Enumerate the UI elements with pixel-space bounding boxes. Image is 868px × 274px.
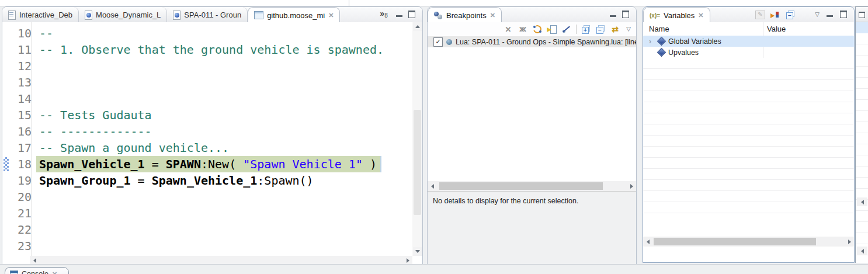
- maximize-icon[interactable]: [859, 12, 865, 18]
- close-icon[interactable]: ✕: [490, 12, 495, 19]
- code-line[interactable]: 23: [2, 238, 412, 254]
- line-number: 16: [10, 123, 36, 140]
- show-logical-structure-button[interactable]: [770, 11, 780, 19]
- editor-tab-interactive-deb[interactable]: Interactive_Deb: [2, 7, 79, 22]
- editor-horizontal-scrollbar[interactable]: [30, 256, 412, 265]
- view-menu-button[interactable]: ▽: [624, 25, 633, 34]
- collapse-all-button[interactable]: −: [595, 25, 606, 34]
- scrollbar-thumb[interactable]: [654, 238, 816, 245]
- line-number: 18: [10, 156, 36, 172]
- editor-tab-label: Interactive_Deb: [19, 11, 72, 19]
- gutter-marker-cell[interactable]: [2, 205, 10, 221]
- arrow-left-icon: [431, 184, 434, 189]
- close-icon[interactable]: ✕: [698, 12, 703, 19]
- maximize-icon[interactable]: [622, 11, 629, 18]
- scroll-up-button[interactable]: [413, 22, 422, 31]
- breakpoints-view-tab[interactable]: Breakpoints ✕: [428, 7, 502, 23]
- remove-breakpoint-button[interactable]: ✕: [503, 25, 513, 34]
- code-line[interactable]: 18Spawn_Vehicle_1 = SPAWN:New( "Spawn Ve…: [2, 156, 412, 172]
- link-with-debug-view-button[interactable]: ⇄: [610, 25, 620, 34]
- code-editor[interactable]: 10--11-- 1. Observe that the ground vehi…: [2, 22, 422, 265]
- gutter-marker-cell[interactable]: [2, 91, 10, 107]
- code-line[interactable]: 11-- 1. Observe that the ground vehicle …: [2, 41, 412, 58]
- minimize-icon[interactable]: [396, 12, 402, 17]
- column-header-name[interactable]: Name: [649, 25, 669, 33]
- editor-panel: Interactive_Deb Moose_Dynamic_L SPA-011 …: [2, 6, 423, 265]
- maximize-icon[interactable]: [840, 11, 847, 18]
- gutter-marker-cell[interactable]: [2, 140, 10, 156]
- code-line[interactable]: 19Spawn_Group_1 = Spawn_Vehicle_1:Spawn(…: [2, 172, 412, 189]
- code-line[interactable]: 10--: [2, 25, 412, 41]
- code-line[interactable]: 12: [2, 58, 412, 74]
- go-to-file-for-breakpoint-button[interactable]: [547, 25, 557, 34]
- yellow-arrow-icon: [547, 27, 551, 32]
- code-line[interactable]: 15-- Tests Gudauta: [2, 107, 412, 123]
- minimize-icon[interactable]: [610, 12, 616, 17]
- scroll-down-button[interactable]: [413, 247, 422, 256]
- breakpoint-checkbox[interactable]: ✓: [433, 37, 443, 47]
- chevron-right-icon[interactable]: ›: [647, 38, 654, 45]
- view-menu-icon[interactable]: ▽: [815, 12, 820, 18]
- maximize-icon[interactable]: [408, 11, 415, 18]
- scroll-right-button[interactable]: [403, 256, 412, 265]
- skip-all-breakpoints-button[interactable]: [561, 25, 572, 34]
- code-text: Spawn_Group_1 = Spawn_Vehicle_1:Spawn(): [36, 172, 314, 189]
- code-line[interactable]: 21: [2, 205, 412, 221]
- scroll-left-button[interactable]: [428, 182, 437, 190]
- line-number: 21: [10, 205, 36, 221]
- show-supported-breakpoints-button[interactable]: [532, 25, 543, 34]
- breakpoint-list-item[interactable]: ✓ Lua: SPA-011 - Ground Ops - Simple Spa…: [428, 36, 636, 47]
- scroll-right-button[interactable]: [627, 182, 636, 190]
- scroll-right-button[interactable]: [845, 237, 854, 246]
- variables-view-tab[interactable]: (x)= Variables ✕: [643, 7, 710, 23]
- column-header-value[interactable]: Value: [767, 25, 786, 33]
- gutter-marker-cell[interactable]: [2, 123, 10, 140]
- line-number: 12: [10, 58, 36, 74]
- gutter-marker-cell[interactable]: [2, 156, 10, 172]
- link-arrows-icon: ⇄: [612, 25, 619, 33]
- remove-icon: ✕: [505, 26, 512, 33]
- scroll-left-button[interactable]: [857, 247, 867, 255]
- console-view-tab[interactable]: Console ✕: [5, 267, 69, 274]
- gutter-marker-cell[interactable]: [2, 74, 10, 91]
- scroll-left-button[interactable]: [30, 256, 39, 265]
- gutter-marker-cell[interactable]: [2, 107, 10, 123]
- gutter-marker-cell[interactable]: [2, 172, 10, 189]
- gutter-marker-cell[interactable]: [2, 221, 10, 238]
- code-line[interactable]: 20: [2, 189, 412, 205]
- line-number: 22: [10, 221, 36, 238]
- clipped-right-view: [855, 6, 868, 263]
- editor-tab-moose-dynamic[interactable]: Moose_Dynamic_L: [79, 7, 167, 22]
- gutter-marker-cell[interactable]: [2, 189, 10, 205]
- breakpoints-horizontal-scrollbar[interactable]: [428, 181, 636, 191]
- scroll-left-button[interactable]: [643, 237, 652, 246]
- code-line[interactable]: 14: [2, 91, 412, 107]
- close-icon[interactable]: ✕: [52, 271, 57, 274]
- collapse-all-button[interactable]: −: [785, 10, 796, 19]
- gutter-marker-cell[interactable]: [2, 58, 10, 74]
- gutter-marker-cell[interactable]: [2, 238, 10, 254]
- code-line[interactable]: 16-- -------------: [2, 123, 412, 140]
- gutter-marker-cell[interactable]: [2, 41, 10, 58]
- editor-tab-github-moose[interactable]: github.moose_mi ✕: [248, 7, 340, 23]
- variable-row-global-variables[interactable]: › Global Variables: [643, 36, 854, 47]
- gutter-marker-cell[interactable]: [2, 25, 10, 41]
- variable-row-upvalues[interactable]: Upvalues: [643, 47, 854, 58]
- code-line[interactable]: 13: [2, 74, 412, 91]
- editor-tab-spa-011[interactable]: SPA-011 - Groun: [167, 7, 248, 22]
- editor-vertical-scrollbar[interactable]: [412, 22, 422, 256]
- scrollbar-thumb[interactable]: [414, 110, 421, 215]
- arrow-right-icon: [407, 258, 409, 263]
- remove-all-breakpoints-button[interactable]: ✕✕: [518, 25, 528, 34]
- scrollbar-thumb[interactable]: [439, 182, 603, 190]
- variables-horizontal-scrollbar[interactable]: [643, 237, 854, 247]
- expand-all-button[interactable]: +: [581, 25, 591, 34]
- close-icon[interactable]: ✕: [328, 12, 334, 19]
- code-line[interactable]: 17-- Spawn a gound vehicle...: [2, 140, 412, 156]
- scroll-left-button[interactable]: [857, 197, 867, 206]
- code-line[interactable]: 22: [2, 221, 412, 238]
- minimize-icon[interactable]: [827, 12, 833, 17]
- editor-tabbar: Interactive_Deb Moose_Dynamic_L SPA-011 …: [2, 7, 422, 23]
- variables-column-header[interactable]: Name Value: [643, 22, 854, 36]
- tab-overflow-chevron[interactable]: »8: [375, 7, 392, 22]
